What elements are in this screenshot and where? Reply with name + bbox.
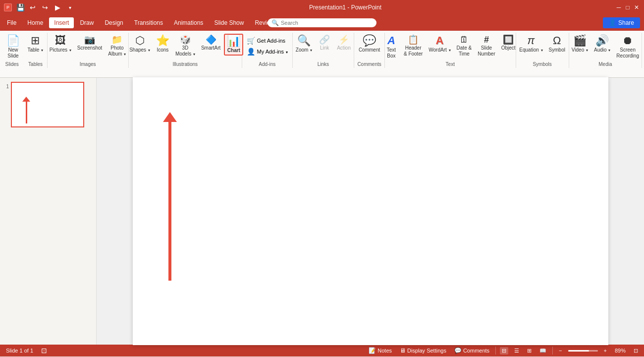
table-button[interactable]: ⊞ Table ▾ <box>25 34 46 55</box>
fit-slide-icon: ⊡ <box>41 347 47 355</box>
slide-number-icon: # <box>484 35 489 44</box>
get-addins-button[interactable]: 🛒 Get Add-ins <box>245 36 290 46</box>
status-separator2 <box>552 347 553 355</box>
chart-icon: 📊 <box>227 36 240 47</box>
close-button[interactable]: ✕ <box>633 4 640 11</box>
zoom-in-button[interactable]: + <box>602 347 609 354</box>
zoom-slider[interactable] <box>568 350 598 352</box>
audio-icon: 🔊 <box>595 35 609 46</box>
ribbon-group-addins: 🛒 Get Add-ins 👤 My Add-ins ▾ Add-ins <box>243 33 293 68</box>
action-button[interactable]: ⚡ Action <box>334 34 353 53</box>
my-addins-button[interactable]: 👤 My Add-ins ▾ <box>245 47 290 57</box>
menu-home[interactable]: Home <box>22 17 48 28</box>
slide-canvas[interactable] <box>133 77 608 345</box>
screenshot-button[interactable]: 📷 Screenshot <box>75 34 105 53</box>
comments-status-button[interactable]: 💬 Comments <box>452 347 491 355</box>
ribbon: 📄 NewSlide ⊞ Table ▾ Slides Tables 🖼 Pic… <box>0 31 644 78</box>
audio-button[interactable]: 🔊 Audio ▾ <box>591 34 613 55</box>
comments-group-items: 💬 Comment <box>356 34 382 60</box>
video-button[interactable]: 🎬 Video ▾ <box>569 34 590 55</box>
undo-button[interactable]: ↩ <box>27 2 38 13</box>
outline-view-button[interactable]: ☰ <box>512 347 521 355</box>
customize-qat-button[interactable]: ▾ <box>64 2 75 13</box>
addins-group-label: Add-ins <box>259 61 275 67</box>
slide-number-label: 1 <box>2 84 9 89</box>
redo-button[interactable]: ↪ <box>40 2 51 13</box>
menu-draw[interactable]: Draw <box>75 17 99 28</box>
zoom-out-button[interactable]: − <box>557 347 564 354</box>
thumb-arrow-head <box>22 97 30 102</box>
menu-animations[interactable]: Animations <box>169 17 208 28</box>
text-group-label: Text <box>446 61 455 67</box>
title-bar-left: P 💾 ↩ ↪ ▶ ▾ <box>4 2 75 13</box>
screen-recording-button[interactable]: ⏺ ScreenRecording <box>614 34 642 60</box>
symbol-icon: Ω <box>553 35 561 46</box>
fit-slide-button[interactable]: ⊡ <box>39 346 49 355</box>
object-button[interactable]: 🔲 Object <box>499 34 518 53</box>
normal-view-button[interactable]: ⊟ <box>500 347 508 355</box>
link-button[interactable]: 🔗 Link <box>316 34 333 53</box>
slides-group-label: Slides Tables <box>5 61 43 67</box>
notes-button[interactable]: 📝 Notes <box>367 347 394 355</box>
window-controls: ─ □ ✕ <box>615 4 640 11</box>
date-time-button[interactable]: 🗓 Date &Time <box>454 34 475 59</box>
icons-button[interactable]: ⭐ Icons <box>154 34 172 55</box>
menu-insert[interactable]: Insert <box>49 17 74 28</box>
chart-button[interactable]: 📊 Chart <box>224 34 243 56</box>
zoom-button[interactable]: 🔍 Zoom ▾ <box>293 34 315 55</box>
comments-status-icon: 💬 <box>454 347 462 354</box>
ribbon-group-media: 🎬 Video ▾ 🔊 Audio ▾ ⏺ ScreenRecording Me… <box>570 33 642 68</box>
display-settings-button[interactable]: 🖥 Display Settings <box>398 347 448 355</box>
textbox-button[interactable]: A TextBox <box>382 34 400 60</box>
save-button[interactable]: 💾 <box>15 2 26 13</box>
table-icon: ⊞ <box>31 35 40 46</box>
share-button-container: 👤 Share <box>603 17 640 28</box>
wordart-button[interactable]: A WordArt ▾ <box>426 34 453 55</box>
zoom-level[interactable]: 89% <box>613 347 628 354</box>
symbol-button[interactable]: Ω Symbol <box>546 34 568 55</box>
reading-view-button[interactable]: 📖 <box>537 347 548 355</box>
pictures-button[interactable]: 🖼 Pictures ▾ <box>47 34 74 55</box>
share-button[interactable]: 👤 Share <box>603 17 640 28</box>
3d-models-button[interactable]: 🎲 3DModels ▾ <box>173 34 198 59</box>
menu-file[interactable]: File <box>2 17 21 28</box>
slides-group-items: 📄 NewSlide ⊞ Table ▾ <box>2 34 46 60</box>
shapes-icon: ⬡ <box>135 35 145 46</box>
my-addins-label: My Add-ins ▾ <box>257 49 288 55</box>
textbox-icon: A <box>387 35 395 46</box>
smartart-button[interactable]: 🔷 SmartArt <box>199 34 223 53</box>
photo-album-button[interactable]: 📁 PhotoAlbum ▾ <box>106 34 128 59</box>
slide-thumbnail[interactable] <box>11 82 84 127</box>
header-footer-button[interactable]: 📋 Header& Footer <box>401 34 425 59</box>
images-group-label: Images <box>80 61 96 67</box>
video-icon: 🎬 <box>573 35 587 46</box>
maximize-button[interactable]: □ <box>624 4 631 11</box>
ribbon-group-images: 🖼 Pictures ▾ 📷 Screenshot 📁 PhotoAlbum ▾… <box>49 33 129 68</box>
search-input[interactable] <box>281 20 365 26</box>
equation-button[interactable]: π Equation ▾ <box>517 34 545 55</box>
date-time-icon: 🗓 <box>460 35 469 44</box>
present-button[interactable]: ▶ <box>52 2 63 13</box>
new-slide-button[interactable]: 📄 NewSlide <box>2 34 24 60</box>
slide-sorter-button[interactable]: ⊞ <box>525 347 534 355</box>
icons-icon: ⭐ <box>156 35 169 46</box>
3d-models-icon: 🎲 <box>180 35 191 44</box>
main-area: 1 <box>0 78 644 345</box>
minimize-button[interactable]: ─ <box>615 4 622 11</box>
status-left: Slide 1 of 1 ⊡ <box>4 346 49 355</box>
arrow-container <box>168 77 171 345</box>
links-group-label: Links <box>318 61 329 67</box>
comment-button[interactable]: 💬 Comment <box>356 34 382 55</box>
shapes-button[interactable]: ⬡ Shapes ▾ <box>127 34 153 55</box>
slide-number-button[interactable]: # SlideNumber <box>475 34 498 59</box>
menu-design[interactable]: Design <box>100 17 128 28</box>
search-icon: 🔍 <box>271 19 279 26</box>
menu-transitions[interactable]: Transitions <box>129 17 168 28</box>
ribbon-collapse-button[interactable]: ⌃ <box>636 349 642 356</box>
links-group-items: 🔍 Zoom ▾ 🔗 Link ⚡ Action <box>293 34 353 60</box>
arrow-shaft <box>168 122 171 281</box>
zoom-icon: 🔍 <box>297 35 311 46</box>
addins-items: 🛒 Get Add-ins 👤 My Add-ins ▾ <box>245 34 290 60</box>
equation-icon: π <box>528 35 535 46</box>
menu-slideshow[interactable]: Slide Show <box>209 17 249 28</box>
